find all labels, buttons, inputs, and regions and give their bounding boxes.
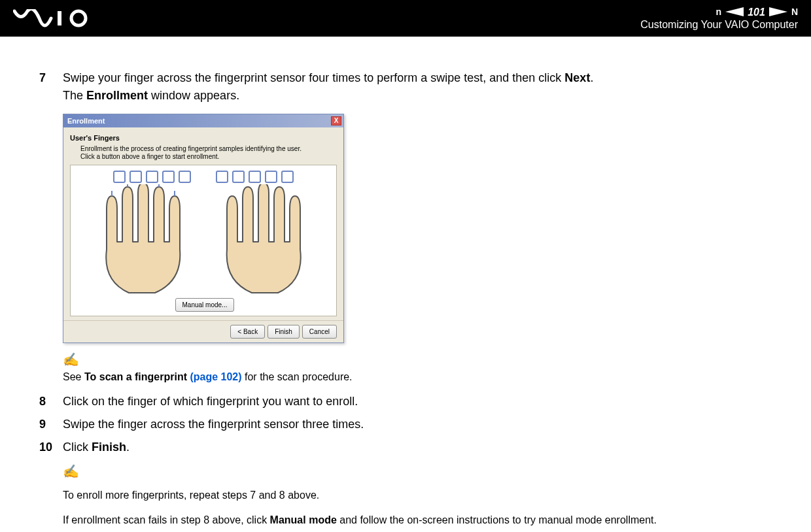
note-line: To enroll more fingerprints, repeat step… (63, 488, 772, 503)
svg-point-1 (71, 11, 86, 25)
finger-boxes-row (113, 171, 294, 183)
step-10: 10 Click Finish. (39, 439, 772, 456)
step-body: Swipe your finger across the fingerprint… (63, 69, 772, 105)
note-icon: ✍ (63, 350, 772, 369)
window-title: Enrollment (67, 116, 105, 127)
finish-button[interactable]: Finish (267, 325, 300, 339)
text: . (590, 71, 593, 84)
text-bold: Next (564, 71, 590, 84)
text: See (63, 371, 84, 382)
step-body: Swipe the finger across the fingerprint … (63, 416, 772, 433)
page-header: n 101 N Customizing Your VAIO Computer (0, 0, 811, 37)
step-body: Click Finish. (63, 439, 772, 456)
vaio-logo (13, 9, 98, 27)
window-titlebar: Enrollment X (63, 114, 343, 127)
page-content: 7 Swipe your finger across the fingerpri… (0, 37, 811, 532)
text-bold: To scan a fingerprint (84, 371, 190, 382)
section-title: Customizing Your VAIO Computer (640, 18, 798, 31)
finger-box[interactable] (146, 171, 158, 183)
users-fingers-heading: User's Fingers (70, 133, 337, 144)
finger-box[interactable] (162, 171, 175, 183)
manual-mode-button[interactable]: Manual mode... (175, 298, 235, 312)
left-hand-boxes (113, 171, 191, 183)
cancel-button[interactable]: Cancel (302, 325, 337, 339)
window-footer: < Back Finish Cancel (63, 320, 343, 342)
step-7: 7 Swipe your finger across the fingerpri… (39, 69, 772, 105)
finger-box[interactable] (265, 171, 277, 183)
right-hand-icon[interactable] (209, 184, 311, 295)
close-button[interactable]: X (331, 116, 341, 125)
svg-rect-0 (58, 11, 61, 25)
step-body: Click on the finger of which fingerprint… (63, 393, 772, 410)
step-number: 8 (39, 393, 63, 410)
finger-box[interactable] (249, 171, 261, 183)
finger-box[interactable] (113, 171, 126, 183)
finger-box[interactable] (216, 171, 228, 183)
page-nav: n 101 N Customizing Your VAIO Computer (640, 6, 798, 31)
nav-letter-left: n (716, 7, 722, 18)
text: The (63, 89, 86, 102)
window-body: User's Fingers Enrollment is the process… (63, 127, 343, 320)
text-bold: Enrollment (86, 89, 148, 102)
hands-area: Manual mode... (70, 165, 337, 316)
step-number: 7 (39, 69, 63, 105)
note-line: If enrollment scan fails in step 8 above… (63, 512, 772, 528)
enrollment-window: Enrollment X User's Fingers Enrollment i… (63, 114, 344, 343)
text: for the scan procedure. (242, 371, 353, 382)
step-number: 9 (39, 416, 63, 433)
text: Click (63, 441, 92, 454)
note-icon: ✍ (63, 461, 772, 481)
text: and follow the on-screen instructions to… (337, 514, 657, 525)
nav-letter-right: N (791, 7, 798, 18)
text: Swipe your finger across the fingerprint… (63, 71, 564, 84)
finger-box[interactable] (232, 171, 245, 183)
page-link[interactable]: (page 102) (190, 371, 241, 382)
manual-mode-row: Manual mode... (173, 298, 235, 312)
left-hand-icon[interactable] (96, 184, 198, 295)
text: . (126, 441, 129, 454)
note-block-1: ✍ See To scan a fingerprint (page 102) f… (63, 350, 772, 385)
finger-box[interactable] (179, 171, 191, 183)
enrollment-screenshot: Enrollment X User's Fingers Enrollment i… (63, 114, 344, 343)
nav-arrow-left-icon[interactable] (725, 7, 744, 16)
note-block-2: ✍ To enroll more fingerprints, repeat st… (63, 461, 772, 533)
step-9: 9 Swipe the finger across the fingerprin… (39, 416, 772, 433)
page-number: 101 (748, 6, 765, 18)
text: window appears. (148, 89, 239, 102)
text-bold: Manual mode (270, 514, 337, 525)
right-hand-boxes (216, 171, 294, 183)
finger-box[interactable] (129, 171, 142, 183)
users-fingers-description: Enrollment is the process of creating fi… (70, 145, 305, 161)
hands-row (96, 184, 311, 295)
finger-box[interactable] (281, 171, 294, 183)
vaio-logo-svg (13, 9, 98, 27)
text-bold: Finish (92, 441, 126, 454)
nav-arrow-right-icon[interactable] (769, 7, 787, 16)
back-button[interactable]: < Back (230, 325, 265, 339)
text: If enrollment scan fails in step 8 above… (63, 514, 270, 525)
step-8: 8 Click on the finger of which fingerpri… (39, 393, 772, 410)
step-number: 10 (39, 439, 63, 456)
